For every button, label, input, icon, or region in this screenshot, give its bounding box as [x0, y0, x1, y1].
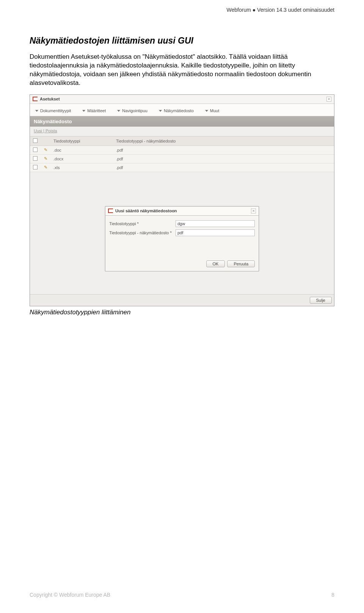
cell-filetype: .docx: [50, 154, 113, 163]
tab-navigointipuu[interactable]: Navigointipuu: [117, 108, 147, 113]
tab-nakymatiedosto[interactable]: Näkymätiedosto: [159, 108, 194, 113]
delete-link[interactable]: Poista: [46, 129, 57, 133]
cell-filetype: .xls: [50, 163, 113, 172]
section-heading: Näkymätiedosto: [30, 116, 334, 127]
body-paragraph: Dokumenttien Asetukset-työkalussa on "Nä…: [30, 53, 334, 88]
filetype-input[interactable]: [176, 220, 255, 227]
footer-page-number: 8: [331, 592, 334, 598]
filetype-label: Tiedostotyyppi *: [109, 221, 176, 226]
tab-dokumenttityypit[interactable]: Dokumenttityypit: [35, 108, 71, 113]
app-window-title: Asetukset: [40, 97, 60, 101]
page-header: Webforum ● Version 14.3 uudet ominaisuud…: [0, 0, 364, 13]
cell-viewtype: .pdf: [113, 163, 334, 172]
viewfiletype-label: Tiedostotyyppi - näkymätiedosto *: [109, 230, 176, 235]
new-rule-modal: Uusi sääntö näkymätiedostoon × Tiedostot…: [105, 206, 259, 271]
section-title: Näkymätiedostojen liittämisen uusi GUI: [30, 36, 334, 46]
row-checkbox[interactable]: [33, 165, 38, 169]
modal-title: Uusi sääntö näkymätiedostoon: [115, 209, 177, 213]
close-button[interactable]: Sulje: [310, 297, 332, 304]
edit-icon[interactable]: ✎: [44, 156, 47, 161]
select-all-checkbox[interactable]: [33, 138, 38, 143]
edit-icon[interactable]: ✎: [44, 147, 47, 152]
page-footer: Copyright © Webforum Europe AB 8: [0, 592, 364, 598]
table-actions: Uusi | Poista: [30, 127, 334, 136]
viewfiletype-input[interactable]: [176, 229, 255, 236]
table-row: ✎ .doc .pdf: [30, 146, 334, 154]
tabs-row: Dokumenttityypit Määritteet Navigointipu…: [30, 104, 334, 116]
action-separator: |: [42, 129, 46, 133]
table-row: ✎ .docx .pdf: [30, 154, 334, 163]
tab-maaritteet[interactable]: Määritteet: [82, 108, 106, 113]
cancel-button[interactable]: Peruuta: [227, 260, 255, 267]
col-nakymatiedosto: Tiedostotyyppi - näkymätiedosto: [113, 136, 334, 146]
cell-filetype: .doc: [50, 146, 113, 154]
cell-viewtype: .pdf: [113, 154, 334, 163]
modal-close-icon[interactable]: ×: [251, 209, 256, 213]
filetype-table: Tiedostotyyppi Tiedostotyyppi - näkymäti…: [30, 136, 334, 172]
row-checkbox[interactable]: [33, 156, 38, 161]
figure-caption: Näkymätiedostotyyppien liittäminen: [30, 309, 334, 316]
cell-viewtype: .pdf: [113, 146, 334, 154]
edit-icon[interactable]: ✎: [44, 165, 47, 169]
close-icon[interactable]: ×: [326, 97, 331, 102]
row-checkbox[interactable]: [33, 147, 38, 152]
ok-button[interactable]: OK: [206, 260, 225, 267]
content: Näkymätiedostojen liittämisen uusi GUI D…: [0, 13, 364, 316]
modal-logo-icon: [108, 209, 113, 213]
settings-screenshot: Asetukset × Dokumenttityypit Määritteet …: [30, 94, 334, 306]
tab-muut[interactable]: Muut: [205, 108, 219, 113]
new-link[interactable]: Uusi: [34, 129, 42, 133]
app-logo-icon: [33, 97, 38, 101]
col-tiedostotyyppi: Tiedostotyyppi: [50, 136, 113, 146]
table-row: ✎ .xls .pdf: [30, 163, 334, 172]
app-window-header: Asetukset ×: [30, 95, 334, 104]
footer-copyright: Copyright © Webforum Europe AB: [30, 592, 110, 598]
